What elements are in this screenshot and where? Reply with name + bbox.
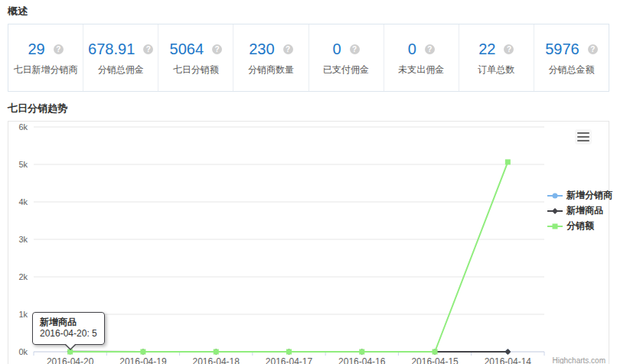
stat-value: 678.91 (88, 41, 135, 58)
tooltip-series-name: 新增商品 (40, 317, 97, 328)
legend-label: 分销额 (566, 219, 594, 232)
data-point (286, 349, 292, 355)
stat-label: 订单总数 (459, 63, 534, 76)
x-axis-label: 2016-04-14 (485, 356, 532, 364)
x-axis-label: 2016-04-19 (119, 356, 167, 364)
highcharts-credit-link[interactable]: Highcharts.com (553, 356, 606, 364)
hamburger-icon (577, 136, 589, 138)
trend-chart: 0k1k2k3k4k5k6k2016-04-202016-04-192016-0… (8, 121, 609, 364)
legend-label: 新增分销商 (566, 189, 612, 202)
stat-value: 29 (28, 41, 44, 58)
stat-value: 5064 (170, 41, 204, 58)
y-axis-label: 2k (18, 272, 28, 281)
help-icon[interactable]: ? (588, 44, 598, 54)
stat-label: 未支出佣金 (384, 63, 459, 76)
chart-tooltip: 新增商品 2016-04-20: 5 (32, 312, 105, 345)
help-icon[interactable]: ? (425, 44, 435, 54)
data-point (433, 349, 438, 355)
legend-item-new-products[interactable]: 新增商品 (547, 204, 612, 217)
help-icon[interactable]: ? (350, 44, 360, 54)
legend-marker-diamond-icon (547, 206, 563, 216)
stat-cell-sales-7d: 5064 ? 七日分销额 (158, 24, 233, 91)
y-axis-label: 5k (18, 160, 28, 169)
help-icon[interactable]: ? (283, 44, 293, 54)
x-axis-label: 2016-04-18 (193, 356, 240, 364)
stat-value: 0 (408, 41, 416, 58)
help-icon[interactable]: ? (54, 44, 64, 54)
stat-value: 5976 (545, 41, 579, 58)
stat-value: 22 (478, 41, 495, 58)
y-axis-label: 3k (18, 235, 28, 244)
stat-cell-paid-commission: 0 ? 已支付佣金 (309, 24, 384, 91)
chart-context-menu-button[interactable] (575, 129, 592, 145)
overview-title: 概述 (8, 5, 609, 18)
stat-label: 分销商数量 (233, 63, 308, 76)
legend-item-new-distributors[interactable]: 新增分销商 (547, 189, 612, 202)
x-axis-label: 2016-04-16 (338, 356, 386, 364)
legend-item-sales-amount[interactable]: 分销额 (547, 219, 612, 232)
data-point (505, 159, 511, 164)
data-point (359, 349, 364, 355)
stat-cell-order-total: 22 ? 订单总数 (459, 24, 534, 91)
stats-panel: 29 ? 七日新增分销商 678.91 ? 分销总佣金 5064 ? 七日分销额… (8, 24, 609, 92)
stat-value: 230 (249, 41, 274, 58)
stat-label: 七日分销额 (158, 63, 233, 76)
stat-label: 分销总金额 (534, 63, 609, 76)
y-axis-label: 4k (18, 197, 28, 206)
x-axis-label: 2016-04-17 (266, 356, 313, 364)
stat-label: 七日新增分销商 (8, 63, 83, 76)
trend-chart-title: 七日分销趋势 (8, 102, 609, 115)
y-axis-label: 1k (18, 310, 28, 319)
data-point (140, 349, 145, 355)
stat-label: 分销总佣金 (83, 63, 158, 76)
stat-cell-unpaid-commission: 0 ? 未支出佣金 (384, 24, 459, 91)
chart-legend: 新增分销商 新增商品 分销额 (547, 189, 612, 232)
legend-marker-square-icon (547, 222, 563, 231)
series-分销额[interactable] (67, 159, 511, 354)
help-icon[interactable]: ? (212, 44, 222, 54)
legend-label: 新增商品 (566, 204, 603, 217)
help-icon[interactable]: ? (143, 44, 153, 54)
help-icon[interactable]: ? (504, 44, 514, 54)
stat-value: 0 (333, 41, 341, 58)
stat-cell-total-amount: 5976 ? 分销总金额 (534, 24, 609, 91)
y-axis-label: 0k (18, 347, 28, 356)
tooltip-value: 2016-04-20: 5 (40, 328, 97, 340)
series-line (70, 162, 508, 352)
legend-marker-circle-icon (547, 191, 563, 200)
data-point (504, 349, 511, 355)
stat-cell-distributor-count: 230 ? 分销商数量 (233, 24, 308, 91)
hamburger-icon (577, 132, 589, 135)
stat-cell-total-commission: 678.91 ? 分销总佣金 (83, 24, 158, 91)
data-point (214, 349, 219, 355)
y-axis-label: 6k (18, 122, 28, 132)
hamburger-icon (577, 140, 589, 142)
stat-label: 已支付佣金 (309, 63, 384, 76)
stat-cell-new-distributors-7d: 29 ? 七日新增分销商 (8, 24, 83, 91)
x-axis-label: 2016-04-20 (47, 356, 94, 364)
x-axis-label: 2016-04-15 (411, 356, 459, 364)
